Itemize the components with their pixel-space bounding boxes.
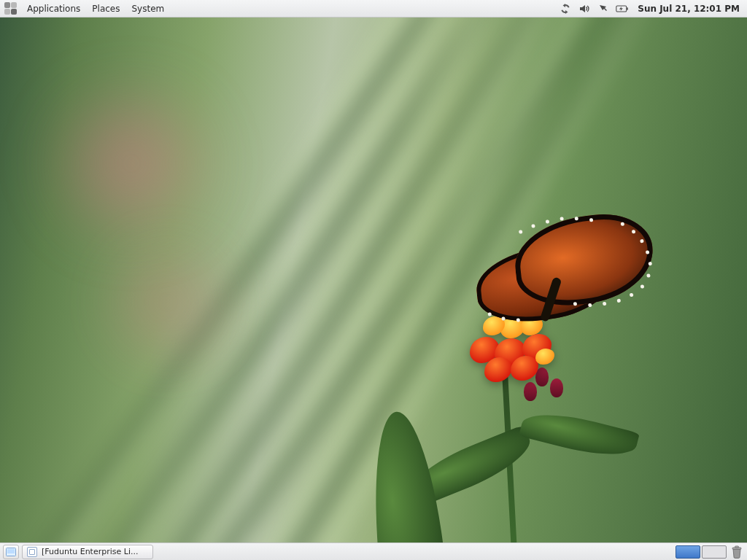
battery-charging-icon[interactable] [616,2,629,15]
top-panel: Applications Places System Sun Jul 21, 1… [0,0,747,18]
system-tray: Sun Jul 21, 12:01 PM [559,2,743,15]
trash-icon[interactable] [729,545,744,559]
clock[interactable]: Sun Jul 21, 12:01 PM [635,4,740,14]
distro-logo-icon[interactable] [4,2,18,15]
workspace-switcher [676,545,727,559]
wallpaper-bokeh [29,83,233,244]
volume-icon[interactable] [578,2,591,15]
svg-rect-1 [627,7,628,9]
update-refresh-icon[interactable] [559,2,572,15]
menu-system[interactable]: System [126,1,169,16]
wallpaper-bokeh [88,236,248,368]
taskbar-window-label: [Fuduntu Enterprise Li... [42,547,138,556]
desktop-wallpaper[interactable] [0,18,747,542]
show-desktop-button[interactable] [3,545,19,559]
main-menu-bar: Applications Places System [4,1,169,16]
menu-applications[interactable]: Applications [22,1,85,16]
taskbar-window-button[interactable]: [Fuduntu Enterprise Li... [22,545,153,559]
svg-rect-3 [7,549,15,553]
wallpaper-subject [353,229,616,542]
workspace-1[interactable] [676,545,700,559]
svg-rect-5 [735,546,739,548]
window-app-icon [27,547,37,557]
network-icon[interactable] [597,2,610,15]
workspace-2[interactable] [702,545,727,559]
bottom-panel: [Fuduntu Enterprise Li... [0,542,747,560]
menu-places[interactable]: Places [87,1,125,16]
